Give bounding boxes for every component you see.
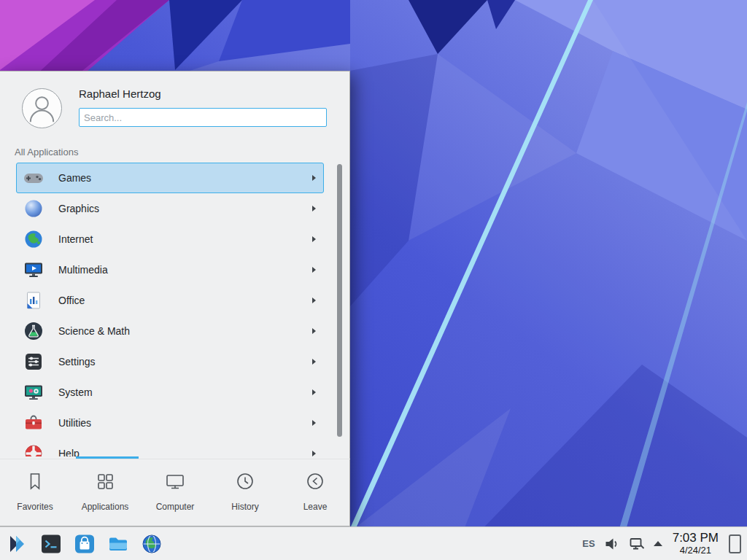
bookmark-icon xyxy=(24,470,46,495)
submenu-arrow-icon xyxy=(312,420,316,426)
globe-icon xyxy=(23,229,44,249)
monitor-play-icon xyxy=(23,260,44,280)
category-label: Settings xyxy=(58,356,312,368)
scrollbar-thumb[interactable] xyxy=(337,164,342,437)
browser-globe-icon[interactable] xyxy=(140,532,163,556)
category-games[interactable]: Games xyxy=(16,163,324,193)
launcher-tab-bar: Favorites Applications Computer xyxy=(0,459,350,527)
submenu-arrow-icon xyxy=(312,206,316,211)
category-settings[interactable]: Settings xyxy=(16,346,324,377)
category-internet[interactable]: Internet xyxy=(16,224,324,254)
category-label: Internet xyxy=(58,233,312,245)
toolbox-icon xyxy=(23,413,44,433)
show-desktop-button[interactable] xyxy=(729,534,741,553)
clock[interactable]: 7:03 PM 4/24/21 xyxy=(673,532,719,556)
desktop: Raphael Hertzog All Applications Games xyxy=(0,0,747,560)
keyboard-layout-indicator[interactable]: ES xyxy=(582,538,595,549)
category-label: Help xyxy=(58,448,312,456)
category-multimedia[interactable]: Multimedia xyxy=(16,254,324,285)
expand-caret-icon[interactable] xyxy=(654,541,662,546)
leave-icon xyxy=(304,470,326,495)
gamepad-icon xyxy=(23,168,44,188)
submenu-arrow-icon xyxy=(312,298,316,303)
user-name: Raphael Hertzog xyxy=(79,88,161,100)
taskbar: ES 7:03 PM 4/24/21 xyxy=(0,526,747,560)
category-system[interactable]: System xyxy=(16,377,324,408)
category-utilities[interactable]: Utilities xyxy=(16,408,324,438)
search-input[interactable] xyxy=(79,108,327,127)
system-monitor-icon xyxy=(23,382,44,402)
tab-favorites[interactable]: Favorites xyxy=(0,459,70,527)
folder-icon[interactable] xyxy=(107,532,130,556)
terminal-icon[interactable] xyxy=(39,532,63,556)
category-label: System xyxy=(58,386,312,398)
lifebuoy-icon xyxy=(23,443,44,456)
category-office[interactable]: Office xyxy=(16,285,324,316)
category-label: Games xyxy=(58,172,312,184)
clock-time: 7:03 PM xyxy=(673,532,719,545)
discover-icon[interactable] xyxy=(73,532,96,556)
submenu-arrow-icon xyxy=(312,267,316,273)
sliders-icon xyxy=(23,351,44,372)
submenu-arrow-icon xyxy=(312,359,316,365)
grid-icon xyxy=(94,470,116,495)
clock-icon xyxy=(234,470,256,495)
submenu-arrow-icon xyxy=(312,236,316,242)
person-icon xyxy=(23,89,61,128)
submenu-arrow-icon xyxy=(312,389,316,395)
category-help[interactable]: Help xyxy=(16,438,324,456)
document-chart-icon xyxy=(23,290,44,311)
computer-icon xyxy=(164,470,186,495)
category-graphics[interactable]: Graphics xyxy=(16,193,324,224)
user-avatar[interactable] xyxy=(22,88,62,128)
category-label: Office xyxy=(58,295,312,306)
sphere-icon xyxy=(23,198,44,219)
submenu-arrow-icon xyxy=(312,328,316,334)
submenu-arrow-icon xyxy=(312,175,316,181)
tab-applications[interactable]: Applications xyxy=(70,459,140,527)
submenu-arrow-icon xyxy=(312,451,316,456)
category-science-math[interactable]: Science & Math xyxy=(16,316,324,346)
category-list: Games Graphics xyxy=(0,163,350,456)
network-icon[interactable] xyxy=(629,536,645,552)
flask-icon xyxy=(23,321,44,341)
tab-leave[interactable]: Leave xyxy=(280,459,350,527)
tab-computer[interactable]: Computer xyxy=(140,459,210,527)
section-label: All Applications xyxy=(15,147,78,158)
category-label: Graphics xyxy=(58,203,312,214)
kickoff-icon[interactable] xyxy=(6,532,29,556)
volume-icon[interactable] xyxy=(604,536,620,552)
application-launcher-menu: Raphael Hertzog All Applications Games xyxy=(0,71,350,526)
category-label: Multimedia xyxy=(58,264,312,276)
clock-date: 4/24/21 xyxy=(673,545,719,556)
category-label: Utilities xyxy=(58,417,312,429)
category-label: Science & Math xyxy=(58,325,312,337)
tab-history[interactable]: History xyxy=(210,459,280,527)
